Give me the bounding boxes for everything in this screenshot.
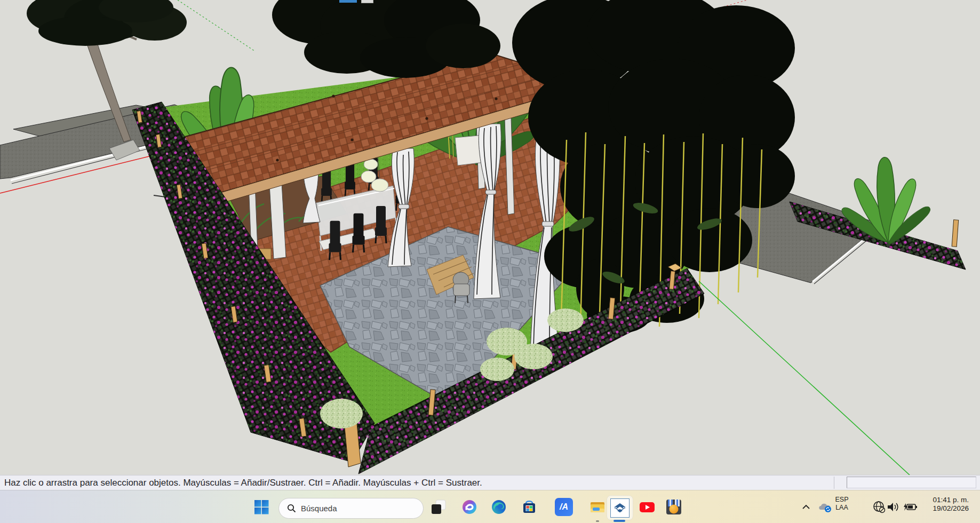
start-button[interactable]: [251, 495, 272, 519]
sketchup-button-active[interactable]: [607, 495, 633, 520]
chevron-up-icon: [802, 504, 810, 510]
sketchup-icon: [610, 498, 630, 518]
a-design-app-icon: /A: [555, 498, 573, 516]
sketchup-active-indicator: [614, 520, 625, 522]
clock-date: 19/02/2026: [913, 504, 969, 513]
search-placeholder: Búsqueda: [301, 504, 337, 513]
game-app-icon: [665, 498, 683, 516]
desktop-screen: Haz clic o arrastra para seleccionar obj…: [0, 0, 980, 523]
windows-logo-icon: [253, 499, 269, 515]
window-edge-fragment-blue: [339, 0, 357, 3]
windows-taskbar: Búsqueda: [0, 490, 980, 523]
speaker-icon: [886, 500, 900, 514]
a-design-app-button[interactable]: /A: [553, 495, 575, 519]
language-line1: ESP: [830, 496, 854, 504]
model-canvas[interactable]: [0, 0, 980, 475]
status-bar: Haz clic o arrastra para seleccionar obj…: [0, 475, 980, 490]
taskbar-clock[interactable]: 01:41 p. m. 19/02/2026: [913, 496, 969, 513]
youtube-icon: [638, 498, 656, 516]
task-view-icon: [430, 498, 447, 516]
window-edge-fragment-gray: [361, 0, 373, 3]
status-divider: [834, 477, 834, 489]
measurements-box[interactable]: [847, 477, 976, 488]
youtube-button[interactable]: [636, 495, 658, 519]
search-icon: [287, 504, 296, 513]
file-explorer-button[interactable]: [587, 495, 608, 519]
clock-time: 01:41 p. m.: [913, 496, 969, 504]
volume-tray-button[interactable]: [884, 495, 902, 519]
copilot-button[interactable]: [459, 495, 480, 519]
task-view-button[interactable]: [428, 495, 449, 519]
language-indicator[interactable]: ESP LAA: [830, 496, 854, 512]
tool-hint-text: Haz clic o arrastra para seleccionar obj…: [4, 478, 482, 488]
microsoft-store-icon: [521, 498, 538, 516]
file-explorer-icon: [588, 498, 607, 516]
game-app-button[interactable]: [663, 495, 684, 519]
copilot-icon: [461, 498, 478, 516]
language-line2: LAA: [830, 504, 854, 512]
search-input[interactable]: Búsqueda: [278, 498, 424, 519]
edge-button[interactable]: [488, 495, 509, 519]
sketchup-viewport[interactable]: [0, 0, 980, 475]
edge-icon: [490, 498, 507, 516]
tray-chevron-button[interactable]: [798, 495, 815, 519]
file-explorer-running-indicator: [596, 520, 599, 522]
microsoft-store-button[interactable]: [519, 495, 540, 519]
